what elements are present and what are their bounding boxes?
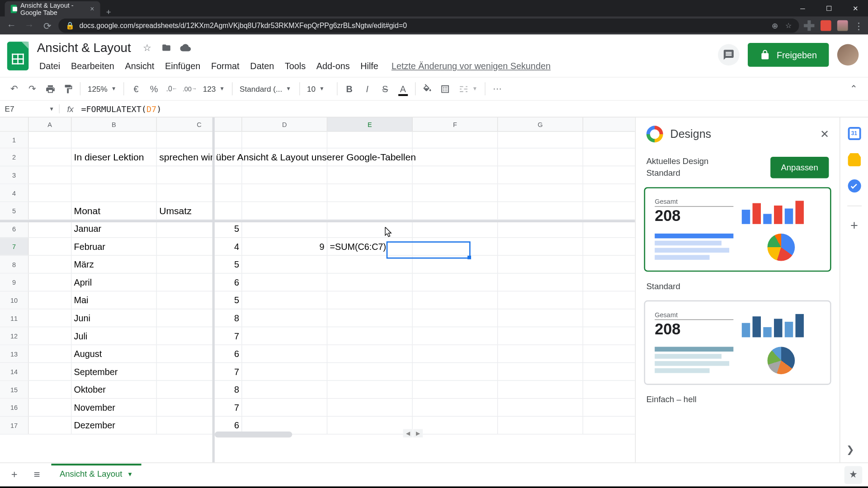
cell-B7[interactable]: Februar (71, 238, 157, 255)
percent-button[interactable]: % (146, 80, 162, 97)
cell-F12[interactable] (413, 327, 498, 344)
calendar-icon[interactable]: 31 (848, 127, 861, 140)
frozen-row-handle[interactable] (0, 220, 635, 222)
frozen-column-handle[interactable] (212, 117, 215, 463)
cell-E14[interactable] (327, 363, 413, 380)
sheets-logo-icon[interactable] (7, 42, 28, 70)
row-header-9[interactable]: 9 (0, 273, 28, 291)
cell-G13[interactable] (498, 345, 583, 362)
paint-format-button[interactable] (60, 80, 76, 97)
cell-B12[interactable]: Juli (71, 327, 157, 344)
spreadsheet-grid[interactable]: A B C D E F G 12In dieser Lektionspreche… (0, 117, 635, 463)
col-header-D[interactable]: D (242, 117, 328, 131)
cell-B17[interactable]: Dezember (71, 417, 157, 434)
col-header-F[interactable]: F (413, 117, 498, 131)
select-all-corner[interactable] (0, 117, 28, 131)
design-option-standard[interactable]: Gesamt 208 (644, 187, 831, 272)
cell-E15[interactable] (327, 381, 413, 398)
number-format-select[interactable]: 123▼ (199, 84, 228, 94)
cell-F15[interactable] (413, 381, 498, 398)
close-window-button[interactable]: ✕ (842, 0, 868, 17)
last-edit-link[interactable]: Letzte Änderung vor wenigen Sekunden (384, 58, 558, 73)
formula-input[interactable]: =FORMULATEXT(D7) (81, 104, 868, 113)
cell-E3[interactable] (327, 166, 413, 183)
show-side-panel-button[interactable]: ❯ (842, 441, 859, 458)
cloud-status-icon[interactable] (180, 42, 191, 53)
cell-B3[interactable] (71, 166, 157, 183)
cell-C3[interactable] (157, 166, 242, 183)
cell-E5[interactable] (327, 202, 413, 219)
name-box[interactable]: E7▼ (0, 104, 60, 113)
col-header-A[interactable]: A (28, 117, 71, 131)
add-addon-icon[interactable]: + (848, 219, 861, 232)
cell-G11[interactable] (498, 310, 583, 327)
row-header-13[interactable]: 13 (0, 345, 28, 362)
cell-B1[interactable] (71, 131, 157, 148)
cell-G2[interactable] (498, 148, 583, 165)
new-tab-button[interactable]: + (100, 7, 117, 17)
row-header-17[interactable]: 17 (0, 417, 28, 434)
cell-B4[interactable] (71, 184, 157, 202)
cell-D6[interactable] (242, 220, 328, 237)
collapse-toolbar-button[interactable]: ⌃ (845, 80, 862, 97)
reload-button[interactable]: ⟳ (41, 19, 54, 32)
maximize-button[interactable]: ☐ (816, 0, 842, 17)
cell-A16[interactable] (28, 399, 71, 416)
col-header-E[interactable]: E (327, 117, 413, 131)
row-header-14[interactable]: 14 (0, 363, 28, 380)
cell-C2[interactable]: sprechen wir über Ansicht & Layout unser… (157, 148, 242, 165)
cell-G1[interactable] (498, 131, 583, 148)
cell-F2[interactable] (413, 148, 498, 165)
decrease-decimal-button[interactable]: .0← (164, 80, 180, 97)
cell-F8[interactable] (413, 256, 498, 273)
sheet-nav-left[interactable]: ◀ (403, 429, 413, 437)
cell-B5[interactable]: Monat (71, 202, 157, 219)
cell-B2[interactable]: In dieser Lektion (71, 148, 157, 165)
cell-B10[interactable]: Mai (71, 291, 157, 309)
cell-B16[interactable]: November (71, 399, 157, 416)
cell-A1[interactable] (28, 131, 71, 148)
browser-tab[interactable]: Ansicht & Layout - Google Tabe × (5, 1, 100, 17)
cell-E4[interactable] (327, 184, 413, 202)
cell-D5[interactable] (242, 202, 328, 219)
cell-A2[interactable] (28, 148, 71, 165)
cell-A6[interactable] (28, 220, 71, 237)
cell-F9[interactable] (413, 273, 498, 291)
sheet-tab-active[interactable]: Ansicht & Layout ▼ (51, 464, 141, 485)
star-icon[interactable]: ☆ (785, 21, 792, 29)
tasks-icon[interactable] (848, 179, 861, 192)
menu-tools[interactable]: Tools (280, 58, 310, 73)
star-document-icon[interactable]: ☆ (142, 42, 152, 53)
cell-G14[interactable] (498, 363, 583, 380)
design-option-light[interactable]: Gesamt 208 (644, 300, 831, 385)
cell-G5[interactable] (498, 202, 583, 219)
undo-button[interactable]: ↶ (6, 80, 23, 97)
cell-E10[interactable] (327, 291, 413, 309)
cell-A17[interactable] (28, 417, 71, 434)
cell-C5[interactable]: Umsatz (157, 202, 242, 219)
cell-C13[interactable]: 6 (157, 345, 242, 362)
cell-B9[interactable]: April (71, 273, 157, 291)
cell-D16[interactable] (242, 399, 328, 416)
cell-E6[interactable] (327, 220, 413, 237)
address-bar[interactable]: 🔒 docs.google.com/spreadsheets/d/12KXm2A… (58, 19, 799, 33)
cell-G3[interactable] (498, 166, 583, 183)
cell-A9[interactable] (28, 273, 71, 291)
row-header-10[interactable]: 10 (0, 291, 28, 309)
redo-button[interactable]: ↷ (24, 80, 41, 97)
menu-icon[interactable]: ⋮ (854, 20, 863, 31)
col-header-B[interactable]: B (71, 117, 157, 131)
italic-button[interactable]: I (359, 80, 376, 97)
cell-B11[interactable]: Juni (71, 310, 157, 327)
cell-G15[interactable] (498, 381, 583, 398)
menu-daten[interactable]: Daten (245, 58, 279, 73)
cell-D14[interactable] (242, 363, 328, 380)
row-header-7[interactable]: 7 (0, 238, 28, 255)
cell-F16[interactable] (413, 399, 498, 416)
cell-D7[interactable]: 9 (242, 238, 328, 255)
cell-E11[interactable] (327, 310, 413, 327)
cell-A5[interactable] (28, 202, 71, 219)
cell-A7[interactable] (28, 238, 71, 255)
row-header-4[interactable]: 4 (0, 184, 28, 202)
menu-einfuegen[interactable]: Einfügen (160, 58, 205, 73)
